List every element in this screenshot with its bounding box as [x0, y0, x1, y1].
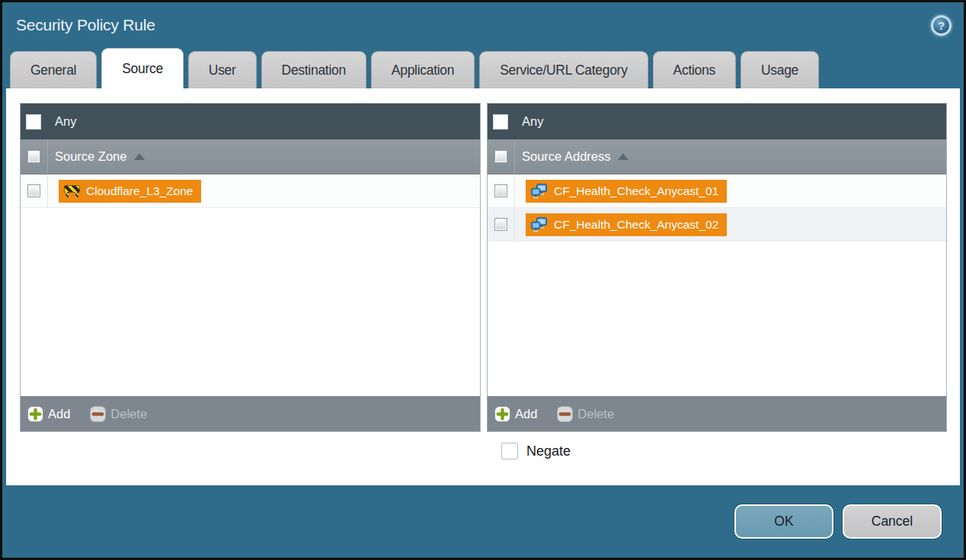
source-address-panel: Any Source Address: [487, 103, 947, 432]
add-button-label: Add: [48, 407, 70, 421]
help-icon[interactable]: ?: [931, 15, 952, 36]
tab-general[interactable]: General: [10, 51, 97, 88]
cancel-button[interactable]: Cancel: [843, 504, 942, 539]
dialog-action-bar: OK Cancel: [2, 485, 964, 558]
sort-ascending-icon: [134, 153, 145, 160]
sort-ascending-icon: [618, 153, 629, 160]
row-checkbox[interactable]: [27, 184, 40, 197]
dialog-titlebar: Security Policy Rule ?: [2, 2, 964, 48]
negate-row: Negate: [501, 443, 952, 459]
source-address-column-header[interactable]: Source Address: [488, 139, 946, 174]
source-zone-select-all-checkbox[interactable]: [27, 150, 40, 163]
source-address-any-checkbox[interactable]: [493, 114, 508, 130]
row-checkbox[interactable]: [494, 218, 507, 231]
tab-user[interactable]: User: [188, 51, 257, 88]
tab-destination[interactable]: Destination: [261, 51, 366, 88]
add-button[interactable]: Add: [494, 406, 537, 422]
add-icon: [27, 406, 43, 422]
source-zone-footer: Add Delete: [21, 396, 480, 431]
delete-button[interactable]: Delete: [557, 406, 614, 422]
table-row: CF_Health_Check_Anycast_01: [488, 174, 946, 208]
source-address-column-label: Source Address: [522, 149, 610, 164]
address-object-tag[interactable]: CF_Health_Check_Anycast_02: [526, 213, 727, 236]
source-zone-list: Cloudflare_L3_Zone: [21, 174, 480, 396]
tab-source[interactable]: Source: [101, 48, 184, 88]
source-zone-any-bar: Any: [21, 104, 480, 139]
delete-button-label: Delete: [577, 407, 614, 421]
negate-checkbox[interactable]: [501, 443, 518, 459]
address-icon: [531, 184, 548, 199]
source-tab-content: Any Source Zone: [6, 88, 960, 485]
source-address-list: CF_Health_Check_Anycast_01: [488, 174, 946, 396]
delete-button-label: Delete: [110, 407, 147, 421]
add-button-label: Add: [515, 407, 537, 421]
security-policy-rule-dialog: Security Policy Rule ? General Source Us…: [0, 0, 966, 560]
address-object-tag[interactable]: CF_Health_Check_Anycast_01: [526, 180, 727, 203]
add-icon: [494, 406, 510, 422]
address-icon: [531, 217, 548, 232]
source-address-select-all-checkbox[interactable]: [494, 150, 507, 163]
tab-bar: General Source User Destination Applicat…: [2, 48, 964, 88]
zone-icon: [64, 184, 80, 197]
negate-label: Negate: [526, 443, 571, 459]
source-address-footer: Add Delete: [488, 396, 946, 431]
tab-usage[interactable]: Usage: [740, 51, 819, 88]
row-checkbox[interactable]: [494, 184, 507, 197]
source-zone-column-label: Source Zone: [55, 149, 126, 164]
source-zone-any-label: Any: [55, 114, 76, 129]
delete-icon: [557, 406, 573, 422]
delete-button[interactable]: Delete: [90, 406, 147, 422]
source-zone-any-checkbox[interactable]: [26, 114, 41, 130]
source-address-any-bar: Any: [488, 104, 946, 139]
table-row: CF_Health_Check_Anycast_02: [488, 208, 946, 242]
ok-button[interactable]: OK: [734, 504, 833, 539]
tab-service-url-category[interactable]: Service/URL Category: [479, 51, 648, 88]
tab-actions[interactable]: Actions: [653, 51, 736, 88]
zone-object-label: Cloudflare_L3_Zone: [86, 184, 193, 198]
source-address-any-label: Any: [522, 114, 543, 129]
add-button[interactable]: Add: [27, 406, 70, 422]
delete-icon: [90, 406, 106, 422]
zone-object-tag[interactable]: Cloudflare_L3_Zone: [59, 180, 201, 203]
address-object-label: CF_Health_Check_Anycast_01: [554, 184, 718, 198]
table-row: Cloudflare_L3_Zone: [21, 174, 480, 208]
panels-container: Any Source Zone: [20, 103, 952, 432]
tab-application[interactable]: Application: [371, 51, 475, 88]
source-zone-column-header[interactable]: Source Zone: [21, 139, 480, 174]
dialog-title: Security Policy Rule: [16, 16, 155, 34]
source-zone-panel: Any Source Zone: [20, 103, 481, 432]
address-object-label: CF_Health_Check_Anycast_02: [554, 218, 718, 232]
